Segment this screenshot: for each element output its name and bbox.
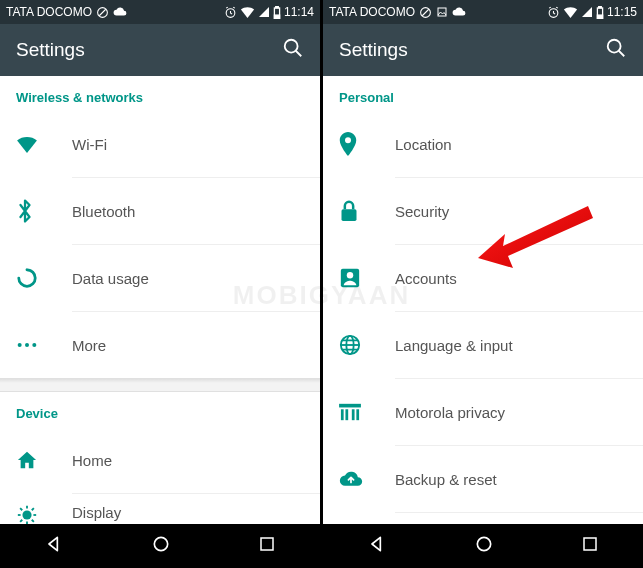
list-item-label: Display (72, 504, 121, 521)
list-item-label: Accounts (395, 270, 457, 287)
svg-point-11 (22, 510, 31, 519)
home-nav-icon (474, 534, 494, 554)
svg-point-10 (32, 343, 36, 347)
section-device: Device (0, 392, 320, 427)
status-bar: TATA DOCOMO 11:15 (323, 0, 643, 24)
home-nav-icon (151, 534, 171, 554)
svg-rect-24 (438, 8, 446, 16)
recent-icon (258, 535, 276, 553)
search-button[interactable] (605, 37, 627, 63)
svg-rect-31 (342, 209, 357, 221)
backup-icon (339, 470, 395, 488)
nav-home-button[interactable] (454, 528, 514, 564)
nav-back-button[interactable] (24, 528, 84, 564)
nav-recent-button[interactable] (238, 529, 296, 563)
screenshot-icon (436, 6, 448, 18)
search-button[interactable] (282, 37, 304, 63)
settings-content: Personal Location Security Accounts (323, 76, 643, 524)
search-icon (282, 37, 304, 59)
list-item-label: Motorola privacy (395, 404, 505, 421)
nav-bar (0, 524, 320, 568)
settings-item-language[interactable]: Language & input (323, 312, 643, 378)
svg-line-30 (619, 51, 625, 57)
cloud-icon (452, 7, 466, 17)
svg-line-17 (32, 520, 34, 522)
no-sim-icon (96, 6, 109, 19)
app-bar: Settings (323, 24, 643, 76)
svg-rect-28 (597, 15, 602, 18)
language-icon (339, 334, 395, 356)
svg-line-18 (20, 520, 22, 522)
nav-home-button[interactable] (131, 528, 191, 564)
lock-icon (339, 199, 395, 223)
settings-item-home[interactable]: Home (0, 427, 320, 493)
settings-item-security[interactable]: Security (323, 178, 643, 244)
svg-rect-21 (261, 538, 273, 550)
svg-rect-4 (276, 6, 279, 7)
list-item-label: Language & input (395, 337, 513, 354)
clock-label: 11:14 (284, 5, 314, 19)
section-personal: Personal (323, 76, 643, 111)
battery-icon (596, 6, 604, 19)
svg-rect-38 (345, 409, 348, 420)
section-divider (0, 378, 320, 392)
svg-rect-5 (274, 15, 279, 18)
svg-point-20 (154, 537, 167, 550)
page-title: Settings (16, 39, 85, 61)
carrier-label: TATA DOCOMO (6, 5, 92, 19)
settings-item-data-usage[interactable]: Data usage (0, 245, 320, 311)
status-bar: TATA DOCOMO 11:14 (0, 0, 320, 24)
home-icon (16, 450, 72, 470)
back-icon (44, 534, 64, 554)
phone-right: TATA DOCOMO 11:15 Settings Personal Loca… (323, 0, 643, 568)
cloud-icon (113, 7, 127, 17)
settings-content: Wireless & networks Wi-Fi Bluetooth Data… (0, 76, 320, 524)
display-icon (16, 504, 72, 524)
app-bar: Settings (0, 24, 320, 76)
section-wireless: Wireless & networks (0, 76, 320, 111)
more-icon (16, 341, 72, 349)
nav-bar (323, 524, 643, 568)
battery-icon (273, 6, 281, 19)
svg-rect-37 (341, 409, 344, 420)
settings-item-accounts[interactable]: Accounts (323, 245, 643, 311)
svg-line-16 (20, 508, 22, 510)
list-item-label: Home (72, 452, 112, 469)
svg-point-6 (285, 40, 298, 53)
nav-recent-button[interactable] (561, 529, 619, 563)
list-item-label: Backup & reset (395, 471, 497, 488)
wifi-icon (16, 135, 72, 153)
settings-item-display[interactable]: Display (0, 494, 320, 524)
data-usage-icon (16, 267, 72, 289)
signal-icon (258, 6, 270, 18)
signal-icon (581, 6, 593, 18)
bluetooth-icon (16, 199, 72, 223)
list-item-label: Location (395, 136, 452, 153)
settings-item-bluetooth[interactable]: Bluetooth (0, 178, 320, 244)
svg-rect-44 (584, 538, 596, 550)
svg-line-23 (422, 9, 429, 16)
svg-point-29 (608, 40, 621, 53)
accounts-icon (339, 267, 395, 289)
settings-item-backup-reset[interactable]: Backup & reset (323, 446, 643, 512)
svg-rect-41 (339, 404, 361, 408)
svg-rect-39 (352, 409, 355, 420)
alarm-icon (547, 6, 560, 19)
recent-icon (581, 535, 599, 553)
svg-point-8 (18, 343, 22, 347)
wifi-status-icon (240, 6, 255, 18)
page-title: Settings (339, 39, 408, 61)
list-item-label: Wi-Fi (72, 136, 107, 153)
settings-item-location[interactable]: Location (323, 111, 643, 177)
nav-back-button[interactable] (347, 528, 407, 564)
svg-rect-40 (356, 409, 359, 420)
settings-item-wifi[interactable]: Wi-Fi (0, 111, 320, 177)
settings-item-more[interactable]: More (0, 312, 320, 378)
svg-point-43 (477, 537, 490, 550)
location-icon (339, 132, 395, 156)
phone-left: TATA DOCOMO 11:14 Settings Wireless & ne… (0, 0, 320, 568)
clock-label: 11:15 (607, 5, 637, 19)
settings-item-motorola-privacy[interactable]: Motorola privacy (323, 379, 643, 445)
svg-point-33 (347, 272, 353, 278)
wifi-status-icon (563, 6, 578, 18)
